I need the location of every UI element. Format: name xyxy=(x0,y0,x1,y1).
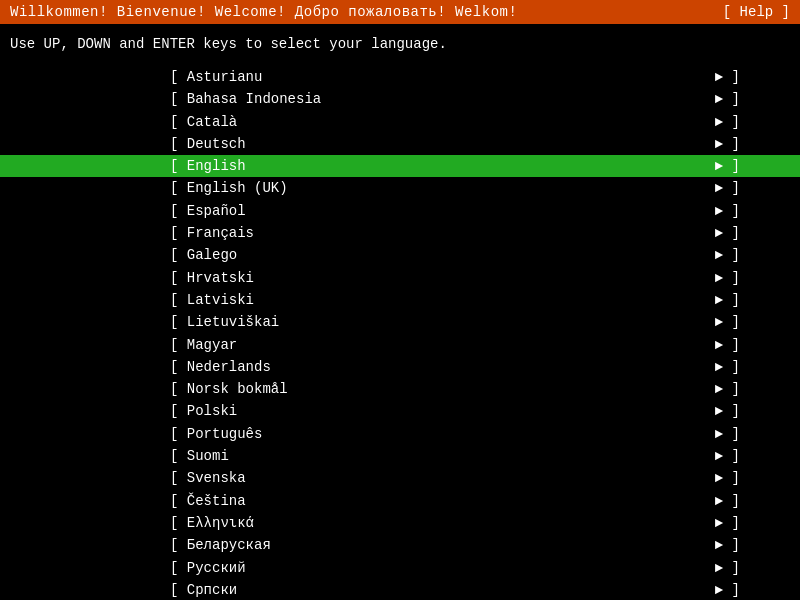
lang-label-belaruskaya: [ Беларуская xyxy=(170,535,450,555)
lang-item-english-uk[interactable]: [ English (UK)► ] xyxy=(0,177,800,199)
lang-label-svenska: [ Svenska xyxy=(170,468,450,488)
lang-arrow-russkiy: ► ] xyxy=(715,558,740,578)
lang-item-srpski[interactable]: [ Српски► ] xyxy=(0,579,800,600)
lang-label-suomi: [ Suomi xyxy=(170,446,450,466)
lang-item-bahasa-indonesia[interactable]: [ Bahasa Indonesia► ] xyxy=(0,88,800,110)
lang-item-cestina[interactable]: [ Čeština► ] xyxy=(0,490,800,512)
lang-item-hrvatski[interactable]: [ Hrvatski► ] xyxy=(0,267,800,289)
lang-item-portugues[interactable]: [ Português► ] xyxy=(0,423,800,445)
lang-arrow-catala: ► ] xyxy=(715,112,740,132)
lang-item-norsk-bokmal[interactable]: [ Norsk bokmål► ] xyxy=(0,378,800,400)
lang-arrow-belaruskaya: ► ] xyxy=(715,535,740,555)
lang-arrow-english: ► ] xyxy=(715,156,740,176)
lang-arrow-deutsch: ► ] xyxy=(715,134,740,154)
lang-label-francais: [ Français xyxy=(170,223,450,243)
lang-item-galego[interactable]: [ Galego► ] xyxy=(0,244,800,266)
lang-label-hrvatski: [ Hrvatski xyxy=(170,268,450,288)
lang-item-lietuviškai[interactable]: [ Lietuviškai► ] xyxy=(0,311,800,333)
lang-item-magyar[interactable]: [ Magyar► ] xyxy=(0,334,800,356)
lang-arrow-portugues: ► ] xyxy=(715,424,740,444)
lang-item-svenska[interactable]: [ Svenska► ] xyxy=(0,467,800,489)
lang-label-catala: [ Català xyxy=(170,112,450,132)
lang-item-deutsch[interactable]: [ Deutsch► ] xyxy=(0,133,800,155)
lang-label-norsk-bokmal: [ Norsk bokmål xyxy=(170,379,450,399)
lang-label-latviski: [ Latviski xyxy=(170,290,450,310)
lang-label-galego: [ Galego xyxy=(170,245,450,265)
lang-arrow-cestina: ► ] xyxy=(715,491,740,511)
lang-arrow-ellinika: ► ] xyxy=(715,513,740,533)
lang-item-nederlands[interactable]: [ Nederlands► ] xyxy=(0,356,800,378)
lang-arrow-suomi: ► ] xyxy=(715,446,740,466)
lang-label-magyar: [ Magyar xyxy=(170,335,450,355)
lang-label-nederlands: [ Nederlands xyxy=(170,357,450,377)
lang-arrow-srpski: ► ] xyxy=(715,580,740,600)
lang-arrow-polski: ► ] xyxy=(715,401,740,421)
lang-item-asturianu[interactable]: [ Asturianu► ] xyxy=(0,66,800,88)
lang-arrow-hrvatski: ► ] xyxy=(715,268,740,288)
lang-arrow-magyar: ► ] xyxy=(715,335,740,355)
lang-label-espanol: [ Español xyxy=(170,201,450,221)
top-bar-title: Willkommen! Bienvenue! Welcome! Добро по… xyxy=(10,4,517,20)
instruction: Use UP, DOWN and ENTER keys to select yo… xyxy=(0,24,800,62)
lang-arrow-english-uk: ► ] xyxy=(715,178,740,198)
lang-label-lietuviškai: [ Lietuviškai xyxy=(170,312,450,332)
lang-arrow-svenska: ► ] xyxy=(715,468,740,488)
lang-arrow-francais: ► ] xyxy=(715,223,740,243)
lang-arrow-galego: ► ] xyxy=(715,245,740,265)
lang-item-catala[interactable]: [ Català► ] xyxy=(0,111,800,133)
help-button[interactable]: [ Help ] xyxy=(723,4,790,20)
lang-label-srpski: [ Српски xyxy=(170,580,450,600)
lang-arrow-latviski: ► ] xyxy=(715,290,740,310)
lang-label-russkiy: [ Русский xyxy=(170,558,450,578)
lang-label-bahasa-indonesia: [ Bahasa Indonesia xyxy=(170,89,450,109)
lang-item-latviski[interactable]: [ Latviski► ] xyxy=(0,289,800,311)
lang-label-cestina: [ Čeština xyxy=(170,491,450,511)
lang-label-ellinika: [ Ελληνικά xyxy=(170,513,450,533)
lang-label-portugues: [ Português xyxy=(170,424,450,444)
lang-item-ellinika[interactable]: [ Ελληνικά► ] xyxy=(0,512,800,534)
lang-item-english[interactable]: [ English► ] xyxy=(0,155,800,177)
lang-item-francais[interactable]: [ Français► ] xyxy=(0,222,800,244)
lang-label-deutsch: [ Deutsch xyxy=(170,134,450,154)
lang-item-suomi[interactable]: [ Suomi► ] xyxy=(0,445,800,467)
lang-item-russkiy[interactable]: [ Русский► ] xyxy=(0,557,800,579)
lang-label-polski: [ Polski xyxy=(170,401,450,421)
lang-label-english: [ English xyxy=(170,156,450,176)
lang-item-belaruskaya[interactable]: [ Беларуская► ] xyxy=(0,534,800,556)
lang-arrow-bahasa-indonesia: ► ] xyxy=(715,89,740,109)
language-list: [ Asturianu► ][ Bahasa Indonesia► ][ Cat… xyxy=(0,66,800,600)
lang-arrow-norsk-bokmal: ► ] xyxy=(715,379,740,399)
lang-arrow-espanol: ► ] xyxy=(715,201,740,221)
lang-arrow-nederlands: ► ] xyxy=(715,357,740,377)
lang-item-espanol[interactable]: [ Español► ] xyxy=(0,200,800,222)
lang-label-asturianu: [ Asturianu xyxy=(170,67,450,87)
lang-arrow-lietuviškai: ► ] xyxy=(715,312,740,332)
top-bar: Willkommen! Bienvenue! Welcome! Добро по… xyxy=(0,0,800,24)
lang-arrow-asturianu: ► ] xyxy=(715,67,740,87)
lang-item-polski[interactable]: [ Polski► ] xyxy=(0,400,800,422)
lang-label-english-uk: [ English (UK) xyxy=(170,178,450,198)
